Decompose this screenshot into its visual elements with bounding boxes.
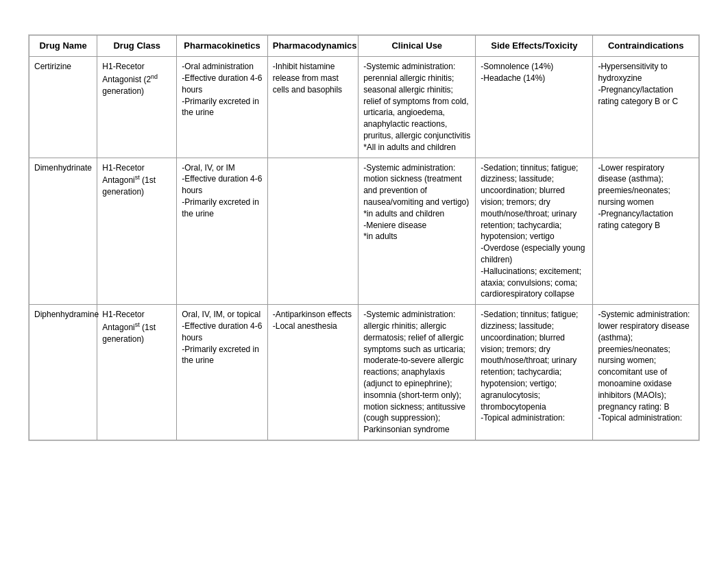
cell-side-effects: -Sedation; tinnitus; fatigue; dizziness;… bbox=[476, 305, 593, 440]
cell-side-effects: -Sedation; tinnitus; fatigue; dizziness;… bbox=[476, 158, 593, 305]
header-pk: Pharmacokinetics bbox=[177, 36, 267, 57]
cell-pk: -Oral, IV, or IM-Effective duration 4-6 … bbox=[177, 158, 267, 305]
cell-drug-name: Certirizine bbox=[29, 57, 97, 158]
drug-table: Drug Name Drug Class Pharmacokinetics Ph… bbox=[29, 35, 699, 440]
table-row: Dimenhydrinate H1-Recetor Antagonist (1s… bbox=[29, 158, 699, 305]
cell-clinical: -Systemic administration: motion sicknes… bbox=[359, 158, 476, 305]
header-side-effects: Side Effects/Toxicity bbox=[476, 36, 593, 57]
header-contra: Contraindications bbox=[593, 36, 699, 57]
cell-drug-name: Diphenhydramine bbox=[29, 305, 97, 440]
cell-pk: -Oral administration-Effective duration … bbox=[177, 57, 267, 158]
cell-pd: -Inhibit histamine release from mast cel… bbox=[267, 57, 358, 158]
header-row: Drug Name Drug Class Pharmacokinetics Ph… bbox=[29, 36, 699, 57]
header-clinical: Clinical Use bbox=[359, 36, 476, 57]
table-row: Diphenhydramine H1-Recetor Antagonist (1… bbox=[29, 305, 699, 440]
cell-drug-class: H1-Recetor Antagonist (2nd generation) bbox=[97, 57, 177, 158]
header-drug-name: Drug Name bbox=[29, 36, 97, 57]
cell-drug-class: H1-Recetor Antagonist (1st generation) bbox=[97, 158, 177, 305]
cell-contra: -Hypersensitivity to hydroxyzine-Pregnan… bbox=[593, 57, 699, 158]
cell-clinical: -Systemic administration: perennial alle… bbox=[359, 57, 476, 158]
cell-contra: -Lower respiratory disease (asthma); pre… bbox=[593, 158, 699, 305]
cell-contra: -Systemic administration: lower respirat… bbox=[593, 305, 699, 440]
cell-drug-name: Dimenhydrinate bbox=[29, 158, 97, 305]
header-pd: Pharmacodynamics bbox=[267, 36, 358, 57]
cell-side-effects: -Somnolence (14%)-Headache (14%) bbox=[476, 57, 593, 158]
cell-drug-class: H1-Recetor Antagonist (1st generation) bbox=[97, 305, 177, 440]
header-drug-class: Drug Class bbox=[97, 36, 177, 57]
cell-pk: Oral, IV, IM, or topical-Effective durat… bbox=[177, 305, 267, 440]
cell-clinical: -Systemic administration: allergic rhini… bbox=[359, 305, 476, 440]
cell-pd: -Antiparkinson effects-Local anesthesia bbox=[267, 305, 358, 440]
drug-table-container: Drug Name Drug Class Pharmacokinetics Ph… bbox=[28, 34, 700, 441]
table-row: Certirizine H1-Recetor Antagonist (2nd g… bbox=[29, 57, 699, 158]
cell-pd bbox=[267, 158, 358, 305]
